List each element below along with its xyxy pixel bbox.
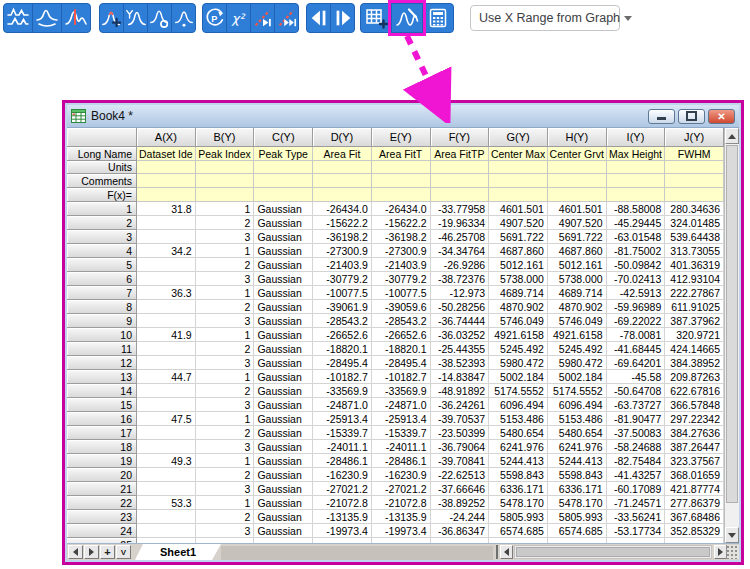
data-cell[interactable] (137, 398, 196, 412)
data-cell[interactable]: -21072.8 (372, 496, 431, 510)
new-results-table-icon[interactable] (360, 3, 392, 33)
data-cell[interactable]: Gaussian (254, 328, 313, 342)
data-cell[interactable]: 401.36319 (665, 258, 724, 272)
data-cell[interactable]: -14.83847 (431, 370, 490, 384)
row-number-header[interactable]: 7 (67, 286, 137, 300)
data-cell[interactable]: -25913.4 (313, 412, 372, 426)
data-cell[interactable]: -81.90477 (607, 412, 666, 426)
next-step-icon[interactable] (330, 3, 355, 33)
add-peak-icon[interactable] (99, 3, 124, 33)
data-cell[interactable]: -15339.7 (372, 426, 431, 440)
data-cell[interactable]: Gaussian (254, 300, 313, 314)
data-cell[interactable]: 313.73055 (665, 244, 724, 258)
data-cell[interactable]: -27021.2 (313, 482, 372, 496)
data-cell[interactable]: -82.75484 (607, 454, 666, 468)
data-cell[interactable]: Gaussian (254, 384, 313, 398)
row-number-header[interactable]: 6 (67, 272, 137, 286)
row-number-header[interactable]: 2 (67, 216, 137, 230)
data-cell[interactable]: 1 (196, 496, 255, 510)
data-cell[interactable]: -60.17089 (607, 482, 666, 496)
data-cell[interactable]: 5746.049 (548, 314, 607, 328)
data-cell[interactable]: -19973.4 (372, 524, 431, 538)
data-cell[interactable] (137, 216, 196, 230)
data-cell[interactable]: 31.8 (137, 202, 196, 216)
data-cell[interactable]: -70.02413 (607, 272, 666, 286)
data-cell[interactable]: -41.68445 (607, 342, 666, 356)
data-cell[interactable]: 2 (196, 342, 255, 356)
data-cell[interactable]: 6336.171 (489, 482, 548, 496)
data-cell[interactable]: Gaussian (254, 216, 313, 230)
data-cell[interactable]: 6096.494 (548, 398, 607, 412)
data-cell[interactable]: -34.34764 (431, 244, 490, 258)
column-header[interactable]: E(Y) (372, 128, 431, 147)
data-cell[interactable]: 5805.993 (489, 510, 548, 524)
label-cell[interactable]: FWHM (665, 147, 724, 161)
column-header[interactable]: B(Y) (196, 128, 255, 147)
data-cell[interactable]: -33569.9 (313, 384, 372, 398)
data-cell[interactable]: 6096.494 (489, 398, 548, 412)
data-cell[interactable]: -24.244 (431, 510, 490, 524)
data-cell[interactable]: 5598.843 (548, 468, 607, 482)
row-number-header[interactable]: 5 (67, 258, 137, 272)
data-cell[interactable]: -10182.7 (372, 370, 431, 384)
data-cell[interactable]: -45.58 (607, 370, 666, 384)
data-cell[interactable]: 4687.860 (548, 244, 607, 258)
data-cell[interactable]: -30779.2 (372, 272, 431, 286)
book4-titlebar[interactable]: Book4 * ✕ (67, 105, 739, 128)
sheet-list-button[interactable]: V (116, 545, 131, 559)
data-cell[interactable]: 412.93104 (665, 272, 724, 286)
data-cell[interactable]: 5153.486 (548, 412, 607, 426)
label-cell[interactable] (665, 188, 724, 202)
fit-curves-icon[interactable] (391, 3, 423, 33)
chi-square-icon[interactable]: χ² (226, 3, 251, 33)
row-label-header[interactable]: F(x)= (67, 188, 137, 202)
fit-until-converged-icon[interactable] (274, 3, 299, 33)
row-number-header[interactable]: 10 (67, 328, 137, 342)
label-cell[interactable]: Area FitTP (431, 147, 490, 161)
data-cell[interactable]: 5805.993 (548, 510, 607, 524)
data-cell[interactable]: -39061.9 (313, 300, 372, 314)
column-header[interactable]: C(Y) (254, 128, 313, 147)
delete-peak-icon[interactable] (147, 3, 172, 33)
close-button[interactable]: ✕ (708, 109, 735, 124)
data-cell[interactable]: 3 (196, 524, 255, 538)
data-cell[interactable]: 3 (196, 314, 255, 328)
data-cell[interactable]: -10182.7 (313, 370, 372, 384)
data-cell[interactable]: -46.25708 (431, 230, 490, 244)
data-cell[interactable]: 2 (196, 216, 255, 230)
data-cell[interactable] (137, 258, 196, 272)
peak-center-marker-icon[interactable] (61, 3, 91, 33)
data-cell[interactable]: 1 (196, 454, 255, 468)
data-cell[interactable]: 6574.685 (489, 524, 548, 538)
fit-one-step-icon[interactable] (250, 3, 275, 33)
data-cell[interactable]: 387.37962 (665, 314, 724, 328)
data-cell[interactable] (137, 230, 196, 244)
row-label-header[interactable]: Long Name (67, 147, 137, 161)
data-cell[interactable]: 387.26447 (665, 440, 724, 454)
data-cell[interactable]: 3 (196, 272, 255, 286)
tab-scroll-splitter[interactable] (496, 545, 498, 559)
data-cell[interactable]: Gaussian (254, 272, 313, 286)
data-cell[interactable]: Gaussian (254, 286, 313, 300)
data-cell[interactable]: 2 (196, 468, 255, 482)
row-number-header[interactable]: 17 (67, 426, 137, 440)
data-cell[interactable]: 4601.501 (548, 202, 607, 216)
modify-peak-icon[interactable] (123, 3, 148, 33)
data-cell[interactable]: -59.96989 (607, 300, 666, 314)
row-number-header[interactable]: 14 (67, 384, 137, 398)
row-number-header[interactable]: 19 (67, 454, 137, 468)
data-cell[interactable]: 3 (196, 398, 255, 412)
row-number-header[interactable]: 18 (67, 440, 137, 454)
data-cell[interactable]: -33569.9 (372, 384, 431, 398)
data-cell[interactable] (137, 482, 196, 496)
data-cell[interactable]: -21072.8 (313, 496, 372, 510)
data-cell[interactable]: 49.3 (137, 454, 196, 468)
data-cell[interactable]: -13135.9 (313, 510, 372, 524)
undo-p-icon[interactable]: P (202, 3, 227, 33)
label-cell[interactable]: Center Grvt (548, 147, 607, 161)
data-cell[interactable]: 1 (196, 328, 255, 342)
label-cell[interactable] (548, 161, 607, 174)
scroll-up-button[interactable] (725, 128, 739, 144)
label-cell[interactable] (665, 161, 724, 174)
data-cell[interactable]: -69.22022 (607, 314, 666, 328)
